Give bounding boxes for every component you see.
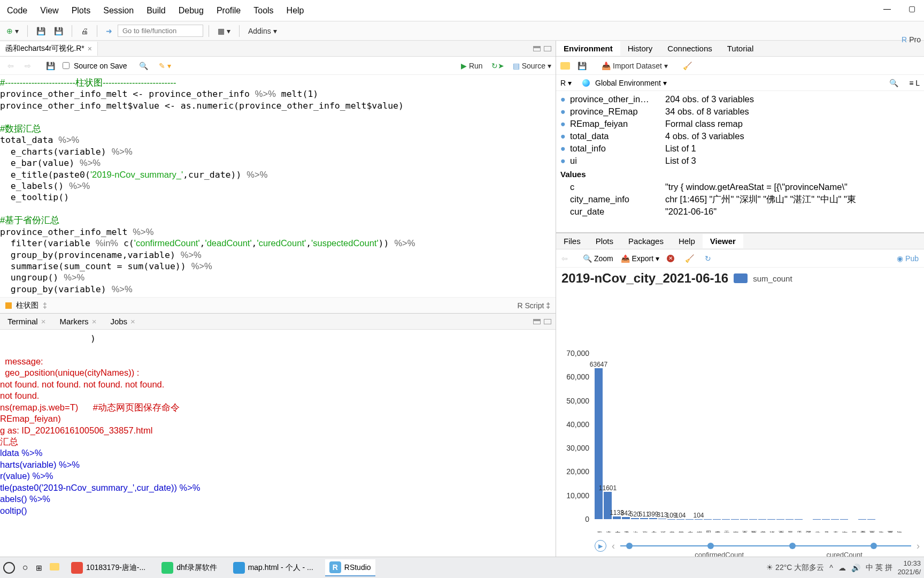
tray-chevron-icon[interactable]: ^ (829, 564, 833, 572)
new-file-button[interactable]: ⊕ ▾ (3, 25, 22, 37)
chart-bar[interactable]: 511 (640, 518, 648, 519)
console-output[interactable]: ) message: geo_position(unique(cityNames… (0, 330, 556, 557)
tab-connections[interactable]: Connections (660, 41, 719, 56)
clear-objects-button[interactable]: 🧹 (680, 59, 695, 72)
env-item[interactable]: ●uiList of 3 (556, 155, 924, 167)
export-button[interactable]: 📤 Export ▾ (621, 254, 659, 263)
window-maximize[interactable]: ▢ (899, 0, 924, 17)
section-label[interactable]: 柱状图 (16, 301, 38, 310)
taskbar-item[interactable]: map.html - 个人 - ... (229, 560, 318, 576)
wand-button[interactable]: ✎ ▾ (156, 59, 174, 72)
env-item[interactable]: ●province_other_in…204 obs. of 3 variabl… (556, 93, 924, 105)
tab-files[interactable]: Files (556, 234, 588, 248)
pane-maximize-icon[interactable] (544, 319, 551, 324)
grid-button[interactable]: ▦ ▾ (214, 25, 234, 37)
chart-timeline[interactable]: ▶ ‹ › confirmedCount curedCount (595, 535, 920, 557)
chart-bar[interactable]: 1133 (613, 516, 621, 519)
chart-bar[interactable]: 313 (658, 519, 666, 519)
tab-environment[interactable]: Environment (556, 41, 620, 56)
env-item[interactable]: ●province_REmap34 obs. of 8 variables (556, 105, 924, 118)
tab-jobs[interactable]: Jobs× (104, 314, 141, 329)
volume-icon[interactable]: 🔊 (851, 564, 860, 572)
save-workspace-button[interactable]: 💾 (574, 59, 590, 72)
menu-profile[interactable]: Profile (210, 2, 247, 20)
back-arrow-icon[interactable]: ⇦ (4, 59, 17, 72)
menu-session[interactable]: Session (97, 2, 140, 20)
source-code-editor[interactable]: #------------------------柱状图------------… (0, 75, 556, 297)
tab-viewer[interactable]: Viewer (703, 234, 743, 248)
menu-tools[interactable]: Tools (247, 2, 280, 20)
task-view-icon[interactable]: ⊞ (36, 564, 42, 572)
start-button[interactable] (3, 562, 15, 574)
timeline-prev-icon[interactable]: ‹ (612, 541, 615, 552)
env-item[interactable]: city_name_infochr [1:465] "广州" "深圳" "佛山"… (556, 193, 924, 206)
language-label[interactable]: R Script ‡ (518, 301, 550, 310)
weather-widget[interactable]: ☀ 22°C 大部多云 (766, 563, 824, 573)
env-item[interactable]: c"try { window.getAreaStat = [{\"provinc… (556, 181, 924, 193)
save-button[interactable]: 💾 (33, 25, 49, 37)
taskbar-item[interactable]: 10183179-唐迪-... (67, 560, 150, 576)
env-item[interactable]: ●total_data4 obs. of 3 variables (556, 130, 924, 142)
print-button[interactable]: 🖨 (78, 25, 91, 37)
find-button[interactable]: 🔍 (136, 59, 151, 72)
tab-plots[interactable]: Plots (588, 234, 621, 248)
taskbar-item[interactable]: dhf录屏软件 (157, 560, 221, 576)
env-item[interactable]: cur_date"2021-06-16" (556, 206, 924, 218)
taskbar-clock[interactable]: 10:33 2021/6/ (898, 559, 921, 576)
save-all-button[interactable]: 💾 (51, 25, 66, 37)
zoom-button[interactable]: 🔍 Zoom (583, 254, 613, 263)
window-minimize[interactable]: — (875, 0, 899, 17)
tab-history[interactable]: History (620, 41, 660, 56)
tab-tutorial[interactable]: Tutorial (720, 41, 761, 56)
tab-help[interactable]: Help (671, 234, 703, 248)
menu-build[interactable]: Build (140, 2, 172, 20)
source-file-tab[interactable]: 函和echarts4r可视化.R* × (0, 42, 98, 56)
close-tab-icon[interactable]: × (88, 44, 92, 53)
save-source-button[interactable]: 💾 (43, 59, 58, 72)
pane-minimize-icon[interactable] (533, 46, 541, 51)
onedrive-icon[interactable]: ☁ (838, 564, 846, 572)
tab-packages[interactable]: Packages (621, 234, 671, 248)
import-dataset-button[interactable]: 📥 Import Dataset ▾ (598, 59, 671, 72)
tab-terminal[interactable]: Terminal× (1, 314, 52, 329)
run-button[interactable]: ▶ Run (461, 62, 483, 70)
plot-back-icon[interactable]: ⇦ (561, 254, 568, 263)
clear-plots-button[interactable]: 🧹 (682, 252, 697, 265)
goto-file-input[interactable] (118, 25, 203, 37)
reload-viewer-button[interactable]: ↻ (705, 254, 711, 263)
pane-maximize-icon[interactable] (544, 46, 551, 51)
taskbar-item-rstudio[interactable]: RRStudio (325, 559, 375, 576)
rerun-button[interactable]: ↻➤ (488, 59, 507, 72)
forward-arrow-icon[interactable]: ⇨ (21, 59, 34, 72)
menu-help[interactable]: Help (280, 2, 311, 20)
source-on-save-checkbox[interactable] (63, 62, 70, 69)
menu-debug[interactable]: Debug (172, 2, 210, 20)
menu-plots[interactable]: Plots (65, 2, 97, 20)
chart-bar[interactable]: 520 (631, 518, 639, 519)
remove-plot-button[interactable]: ✕ (667, 255, 674, 262)
ime-indicator[interactable]: 中 英 拼 (866, 563, 892, 573)
r-dropdown[interactable]: R ▾ (560, 79, 572, 87)
cortana-icon[interactable]: ○ (22, 562, 28, 573)
env-item[interactable]: ●total_infoList of 1 (556, 142, 924, 155)
addins-button[interactable]: Addins ▾ (245, 25, 280, 37)
tab-markers[interactable]: Markers× (53, 314, 103, 329)
chart-bar[interactable]: 842 (622, 517, 630, 519)
load-workspace-icon[interactable] (560, 62, 570, 70)
project-label[interactable]: Pro (909, 35, 921, 44)
env-item[interactable]: ●REmap_feiyanFormal class remap (556, 118, 924, 130)
chart-bar[interactable]: 63647 (595, 368, 603, 519)
menu-view[interactable]: View (34, 2, 65, 20)
list-view-button[interactable]: ≡ L (909, 79, 920, 87)
timeline-next-icon[interactable]: › (917, 541, 920, 552)
pane-minimize-icon[interactable] (533, 319, 541, 324)
file-explorer-icon[interactable] (50, 563, 59, 572)
env-search-icon[interactable]: 🔍 (889, 79, 898, 87)
source-button[interactable]: ▤ Source ▾ (513, 62, 551, 70)
timeline-play-button[interactable]: ▶ (595, 540, 606, 552)
publish-button[interactable]: ◉ Pub (897, 254, 919, 263)
timeline-track[interactable] (620, 545, 911, 546)
menu-code[interactable]: Code (1, 2, 34, 20)
chart-bar[interactable]: 399 (649, 518, 657, 519)
global-env-dropdown[interactable]: Global Environment ▾ (595, 79, 667, 87)
